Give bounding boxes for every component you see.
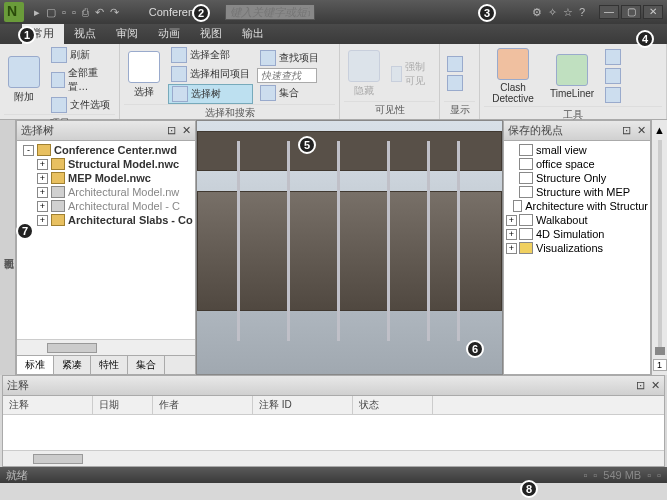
select-button[interactable]: 选择 (124, 49, 164, 101)
qat-redo-icon[interactable]: ↷ (110, 6, 119, 19)
expand-icon[interactable]: + (37, 173, 48, 184)
keyword-search-input[interactable] (225, 4, 315, 20)
tool-button[interactable] (602, 48, 624, 66)
viewpoint-icon (519, 242, 533, 254)
col-id[interactable]: 注释 ID (253, 396, 353, 414)
status-text: 就绪 (6, 468, 28, 483)
toolbar-icon[interactable]: ✧ (548, 6, 557, 19)
status-icon[interactable]: ▫ (583, 469, 587, 481)
pin-icon[interactable]: ⊡ (167, 124, 176, 137)
tree-item[interactable]: +Architectural Model - C (19, 199, 193, 213)
pin-icon[interactable]: ⊡ (636, 379, 645, 392)
saved-viewpoints-list[interactable]: small viewoffice spaceStructure OnlyStru… (504, 141, 650, 374)
annot-scrollbar[interactable] (3, 450, 664, 466)
viewpoint-item[interactable]: Structure with MEP (506, 185, 648, 199)
qat-save-as-icon[interactable]: ▫ (72, 6, 76, 19)
app-logo[interactable] (4, 2, 24, 22)
tab-sets[interactable]: 集合 (128, 356, 165, 374)
qat-folder-icon[interactable]: ▢ (46, 6, 56, 19)
display-button-1[interactable] (444, 55, 466, 73)
vertical-slider[interactable] (658, 140, 662, 355)
status-icon[interactable]: ▫ (647, 469, 651, 481)
file-options-button[interactable]: 文件选项 (48, 96, 115, 114)
expand-icon[interactable]: + (506, 229, 517, 240)
display-icon (447, 75, 463, 91)
status-icon[interactable]: ▫ (657, 469, 661, 481)
select-all-button[interactable]: 选择全部 (168, 46, 253, 64)
tab-output[interactable]: 输出 (232, 24, 274, 44)
qat-print-icon[interactable]: ⎙ (82, 6, 89, 19)
expand-icon[interactable]: + (37, 159, 48, 170)
qat-save-icon[interactable]: ▫ (62, 6, 66, 19)
col-annotation[interactable]: 注释 (3, 396, 93, 414)
quick-find-input[interactable] (257, 68, 317, 83)
close-button[interactable]: ✕ (643, 5, 663, 19)
tab-standard[interactable]: 标准 (17, 356, 54, 374)
tree-item[interactable]: +Architectural Slabs - Co (19, 213, 193, 227)
display-button-2[interactable] (444, 74, 466, 92)
viewpoint-item[interactable]: +Visualizations (506, 241, 648, 255)
force-visible-button[interactable]: 强制可见 (388, 59, 435, 89)
tab-compact[interactable]: 紧凑 (54, 356, 91, 374)
hide-button[interactable]: 隐藏 (344, 48, 384, 100)
toolbar-icon[interactable]: ⚙ (532, 6, 542, 19)
refresh-button[interactable]: 刷新 (48, 46, 115, 64)
viewpoint-label: Architecture with Structur (525, 200, 648, 212)
selection-tree-button[interactable]: 选择树 (168, 84, 253, 104)
tab-animation[interactable]: 动画 (148, 24, 190, 44)
viewpoint-item[interactable]: +Walkabout (506, 213, 648, 227)
tab-view[interactable]: 视图 (190, 24, 232, 44)
callout-8: 8 (520, 480, 538, 498)
tab-properties[interactable]: 特性 (91, 356, 128, 374)
toolbar-icon[interactable]: ☆ (563, 6, 573, 19)
status-icon[interactable]: ▫ (593, 469, 597, 481)
maximize-button[interactable]: ▢ (621, 5, 641, 19)
select-same-button[interactable]: 选择相同项目 (168, 65, 253, 83)
reset-all-button[interactable]: 全部重置… (48, 65, 115, 95)
annotations-table[interactable]: 注释 日期 作者 注释 ID 状态 (3, 396, 664, 450)
expand-icon[interactable]: + (506, 243, 517, 254)
tree-item[interactable]: +Architectural Model.nw (19, 185, 193, 199)
viewpoint-label: 4D Simulation (536, 228, 604, 240)
expand-icon[interactable]: - (23, 145, 34, 156)
expand-icon[interactable]: + (506, 215, 517, 226)
tree-item[interactable]: +Structural Model.nwc (19, 157, 193, 171)
close-panel-icon[interactable]: ✕ (182, 124, 191, 137)
clash-detective-button[interactable]: Clash Detective (484, 46, 542, 106)
slider-top-icon[interactable]: ▲ (654, 124, 665, 136)
tree-item[interactable]: +MEP Model.nwc (19, 171, 193, 185)
tool-button[interactable] (602, 86, 624, 104)
timeliner-button[interactable]: TimeLiner (546, 52, 598, 101)
col-status[interactable]: 状态 (353, 396, 433, 414)
col-date[interactable]: 日期 (93, 396, 153, 414)
append-button[interactable]: 附加 (4, 54, 44, 106)
qat-undo-icon[interactable]: ↶ (95, 6, 104, 19)
3d-viewport[interactable] (196, 120, 503, 375)
tab-review[interactable]: 审阅 (106, 24, 148, 44)
tree-scrollbar[interactable] (17, 339, 195, 355)
find-items-button[interactable]: 查找项目 (257, 49, 322, 67)
ribbon: 附加 刷新 全部重置… 文件选项 项目 选择 选择全部 选择相同项目 选择树 查… (0, 44, 667, 120)
minimize-button[interactable]: — (599, 5, 619, 19)
sets-button[interactable]: 集合 (257, 84, 322, 102)
viewpoint-item[interactable]: Structure Only (506, 171, 648, 185)
plan-view-tab[interactable]: 平面视图 (0, 120, 16, 375)
viewpoint-item[interactable]: +4D Simulation (506, 227, 648, 241)
expand-icon[interactable]: + (37, 187, 48, 198)
viewpoint-item[interactable]: small view (506, 143, 648, 157)
tool-button[interactable] (602, 67, 624, 85)
pin-icon[interactable]: ⊡ (622, 124, 631, 137)
selection-tree[interactable]: -Conference Center.nwd+Structural Model.… (17, 141, 195, 339)
close-panel-icon[interactable]: ✕ (637, 124, 646, 137)
expand-icon[interactable]: + (37, 215, 48, 226)
tab-viewpoint[interactable]: 视点 (64, 24, 106, 44)
col-author[interactable]: 作者 (153, 396, 253, 414)
viewpoint-item[interactable]: office space (506, 157, 648, 171)
close-panel-icon[interactable]: ✕ (651, 379, 660, 392)
toolbar-icon[interactable]: ? (579, 6, 585, 18)
tree-item[interactable]: -Conference Center.nwd (19, 143, 193, 157)
viewpoint-item[interactable]: Architecture with Structur (506, 199, 648, 213)
expand-icon[interactable]: + (37, 201, 48, 212)
slider-value-input[interactable] (653, 359, 667, 371)
qat-open-icon[interactable]: ▸ (34, 6, 40, 19)
